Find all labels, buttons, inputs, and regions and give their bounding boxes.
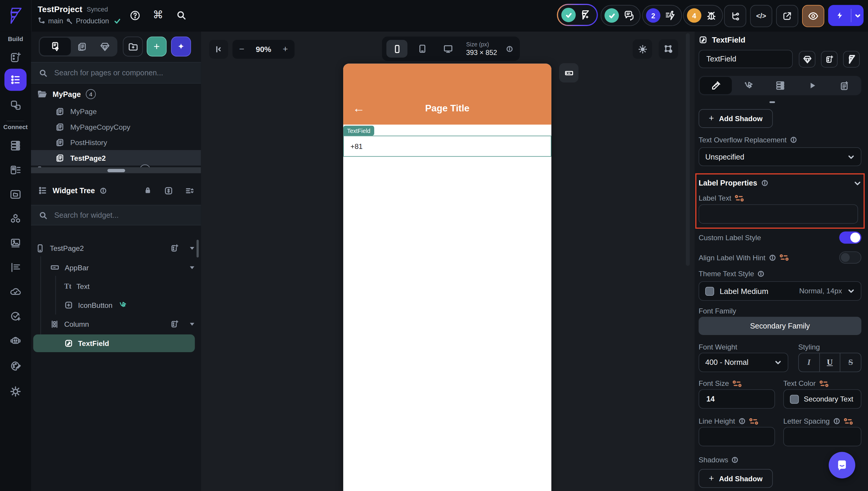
- nav-deploy[interactable]: [4, 281, 27, 303]
- tree-node-page[interactable]: TestPage2: [35, 240, 197, 256]
- run-options-chevron-icon[interactable]: [851, 12, 864, 19]
- tree-node-textfield-selected[interactable]: TextField: [33, 335, 194, 352]
- pages-search-input[interactable]: [53, 68, 193, 78]
- device-phone-button[interactable]: [386, 40, 407, 58]
- search-icon[interactable]: [176, 10, 187, 21]
- set-from-variable-icon[interactable]: [819, 380, 829, 387]
- line-height-field[interactable]: [698, 427, 775, 446]
- nav-media-assets[interactable]: [4, 232, 27, 254]
- text-color-field[interactable]: Secondary Text: [783, 389, 861, 409]
- page-item[interactable]: PostHistory: [31, 135, 201, 150]
- letter-spacing-field[interactable]: [783, 427, 861, 446]
- pages-search[interactable]: [31, 62, 201, 84]
- add-folder-button[interactable]: [123, 37, 143, 56]
- convert-to-component-button[interactable]: [821, 51, 838, 67]
- label-text-input[interactable]: [705, 209, 851, 219]
- flutterflow-docs-button[interactable]: [843, 51, 860, 67]
- strikethrough-button[interactable]: S: [840, 353, 861, 372]
- lock-icon[interactable]: [143, 186, 152, 195]
- set-from-variable-icon[interactable]: [735, 194, 744, 202]
- page-item[interactable]: MyPage: [31, 104, 201, 119]
- light-mode-toggle-button[interactable]: [633, 39, 652, 59]
- add-shadow-button[interactable]: + Add Shadow: [698, 109, 773, 128]
- open-external-button[interactable]: [776, 5, 798, 27]
- badge-ai-review[interactable]: [557, 4, 598, 26]
- font-size-field[interactable]: [698, 389, 775, 409]
- nav-page-selector[interactable]: [4, 68, 27, 91]
- project-subtitle[interactable]: main Production: [37, 17, 121, 25]
- chevron-down-icon[interactable]: [854, 179, 861, 187]
- set-from-variable-icon[interactable]: [732, 380, 742, 387]
- tab-documentation[interactable]: [828, 77, 860, 94]
- app-logo[interactable]: [0, 0, 32, 32]
- nav-settings[interactable]: [4, 380, 27, 403]
- nav-ai-agent[interactable]: [4, 329, 27, 352]
- canvas-scrollbar-thumb[interactable]: [686, 33, 690, 266]
- device-tablet-button[interactable]: [412, 40, 433, 58]
- align-label-toggle[interactable]: [839, 252, 862, 263]
- add-page-button[interactable]: +: [147, 37, 167, 56]
- theme-text-style-dropdown[interactable]: Label Medium Normal, 14px: [698, 281, 861, 301]
- appbar-quick-button[interactable]: [559, 63, 578, 83]
- zoom-in-button[interactable]: +: [282, 44, 288, 54]
- nav-components[interactable]: [4, 94, 27, 116]
- add-shadow-button-2[interactable]: + Add Shadow: [698, 469, 773, 488]
- app-bar-widget[interactable]: ← Page Title: [343, 64, 551, 125]
- add-child-widget-icon[interactable]: [170, 319, 179, 329]
- label-properties-header[interactable]: Label Properties: [698, 179, 861, 187]
- toggle-pages-only[interactable]: [71, 37, 94, 55]
- ai-generate-page-button[interactable]: ✦: [171, 37, 191, 56]
- font-weight-dropdown[interactable]: 400 - Normal: [698, 353, 788, 372]
- page-title-text[interactable]: Page Title: [343, 103, 551, 114]
- nav-add-widget[interactable]: [4, 47, 27, 68]
- line-height-input[interactable]: [705, 432, 769, 441]
- badge-actions[interactable]: 2: [642, 5, 682, 26]
- underline-button[interactable]: U: [819, 353, 840, 372]
- collapse-caret[interactable]: [190, 266, 194, 269]
- preview-eye-button[interactable]: [802, 5, 824, 27]
- tab-properties[interactable]: [700, 77, 732, 94]
- tree-node-appbar[interactable]: AppBar: [50, 259, 197, 276]
- widget-name-field[interactable]: [698, 50, 793, 68]
- font-size-input[interactable]: [705, 395, 769, 404]
- panel-resize-handle[interactable]: [31, 167, 201, 173]
- nav-tests[interactable]: [4, 305, 27, 327]
- nav-app-state[interactable]: [4, 256, 27, 279]
- collapse-panel-button[interactable]: [209, 40, 228, 59]
- custom-label-style-toggle[interactable]: [839, 231, 862, 243]
- italic-button[interactable]: I: [799, 353, 819, 372]
- widget-name-input[interactable]: [705, 54, 786, 64]
- device-desktop-button[interactable]: [438, 40, 458, 58]
- badge-issues[interactable]: 4: [683, 5, 723, 26]
- textfield-widget[interactable]: +81: [343, 136, 551, 156]
- phone-preview-frame[interactable]: ← Page Title TextField +81: [343, 64, 551, 491]
- nav-file-browser[interactable]: [4, 183, 27, 205]
- theme-widget-button[interactable]: [799, 51, 815, 67]
- tree-node-column[interactable]: Column: [50, 316, 197, 332]
- help-icon[interactable]: [130, 10, 141, 21]
- zoom-out-button[interactable]: −: [239, 44, 244, 54]
- run-app-button[interactable]: [828, 5, 864, 26]
- expand-collapse-icon[interactable]: [164, 186, 173, 195]
- widget-search-input[interactable]: [53, 210, 193, 220]
- tree-scrollbar-thumb[interactable]: [197, 240, 199, 258]
- text-overflow-dropdown[interactable]: Unspecified: [698, 147, 861, 166]
- resize-thumb[interactable]: [107, 169, 125, 172]
- nav-data-types[interactable]: [4, 159, 27, 181]
- nav-database[interactable]: [4, 135, 27, 156]
- font-family-button[interactable]: Secondary Family: [698, 317, 861, 335]
- collapse-caret[interactable]: [190, 323, 194, 325]
- widget-search[interactable]: [31, 205, 201, 225]
- tab-actions[interactable]: [732, 77, 764, 94]
- zoom-level[interactable]: 90%: [256, 45, 271, 54]
- nav-theme[interactable]: [4, 355, 27, 377]
- page-folder[interactable]: MyPage 4: [37, 87, 96, 101]
- label-text-field[interactable]: [698, 204, 858, 224]
- support-chat-fab[interactable]: [829, 452, 855, 478]
- canvas-settings-button[interactable]: [659, 39, 679, 59]
- add-child-widget-icon[interactable]: [170, 243, 179, 253]
- page-item[interactable]: MyPageCopyCopy: [31, 119, 201, 135]
- collapse-caret[interactable]: [190, 247, 194, 249]
- set-from-variable-icon[interactable]: [749, 417, 758, 425]
- branch-manager-button[interactable]: [724, 5, 746, 27]
